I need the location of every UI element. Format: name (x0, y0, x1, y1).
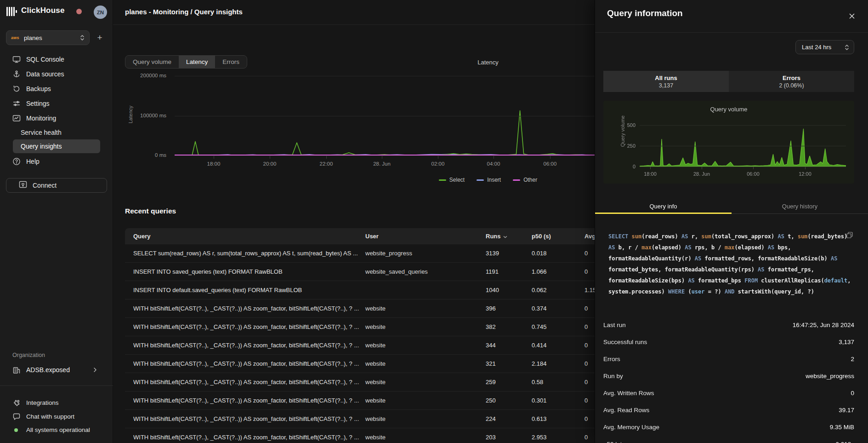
service-selector[interactable]: aws planes (6, 30, 90, 45)
sidebar-item-status[interactable]: All systems operational (0, 424, 113, 437)
code-token: (read_rows) (641, 233, 681, 240)
col-query[interactable]: Query (133, 233, 365, 240)
help-icon (12, 157, 21, 166)
code-line: system.processes) WHERE (user = ?) AND s… (608, 286, 850, 297)
table-row[interactable]: WITH bitShiftLeft(CAST(?..), _CAST(?..))… (125, 336, 622, 354)
table-row[interactable]: SELECT sum(read_rows) AS r, sum(total_ro… (125, 244, 622, 262)
table-row[interactable]: WITH bitShiftLeft(CAST(?..), _CAST(?..))… (125, 373, 622, 391)
code-token: max (641, 244, 652, 251)
code-token: AS (695, 255, 705, 262)
code-token: startsWith(query_id, ?) (738, 288, 814, 295)
code-token: r, (692, 233, 702, 240)
stat-value: 3,137 (839, 339, 854, 345)
legend-label: Insert (487, 177, 501, 183)
code-token: AS (685, 244, 695, 251)
copy-icon[interactable] (846, 232, 853, 240)
sidebar-item-integrations[interactable]: Integrations (0, 397, 113, 409)
avatar[interactable]: ZN (94, 6, 107, 19)
table-row[interactable]: WITH bitShiftLeft(CAST(?..), _CAST(?..))… (125, 317, 622, 336)
table-row[interactable]: WITH bitShiftLeft(CAST(?..), _CAST(?..))… (125, 299, 622, 317)
cell-user: website (365, 342, 486, 349)
sidebar-item-help[interactable]: Help (0, 154, 113, 169)
cell-p50: 0.062 (532, 287, 584, 293)
stat-label: Last run (603, 322, 626, 328)
organization-switcher[interactable]: ADSB.exposed (0, 363, 113, 378)
tab-errors-count[interactable]: Errors 2 (0.06%) (729, 71, 854, 92)
col-p50[interactable]: p50 (s) (532, 233, 584, 240)
legend-item-insert[interactable]: Insert (477, 177, 501, 183)
code-token: (elapsed) (735, 244, 768, 251)
code-token: (total_rows_approx) (711, 233, 778, 240)
cell-query: INSERT INTO default.saved_queries (text)… (133, 287, 365, 293)
recent-queries-title: Recent queries (125, 207, 176, 215)
code-token: , (847, 277, 851, 284)
sidebar-item-sql-console[interactable]: SQL Console (0, 52, 113, 67)
code-token: AS (778, 233, 788, 240)
cell-p50: 0.414 (532, 342, 584, 349)
table-row[interactable]: WITH bitShiftLeft(CAST(?..), _CAST(?..))… (125, 409, 622, 428)
x-tick-label: 22:00 (308, 161, 345, 167)
code-line: formatReadableSize(bps) AS formatted_bps… (608, 275, 850, 286)
x-tick-label: 18:00 (195, 161, 232, 167)
divider (595, 32, 868, 33)
time-range-select[interactable]: Last 24 hrs (795, 40, 854, 54)
sidebar: ClickHouse ZN aws planes + SQL Console D… (0, 0, 113, 443)
legend-item-select[interactable]: Select (439, 177, 465, 183)
code-token: formatted_rows, formatReadableSize(b) (705, 255, 831, 262)
add-service-button[interactable]: + (93, 31, 106, 44)
cell-p50: 0.58 (532, 379, 584, 385)
stat-value: website_progress (806, 373, 854, 380)
cell-user: website (365, 434, 486, 441)
code-token: AS (688, 277, 698, 284)
close-icon[interactable] (847, 11, 857, 21)
tab-query-info[interactable]: Query info (595, 201, 732, 213)
code-token: bps, (778, 244, 791, 251)
query-volume-chart: Query volume Query volume 500250018:0028… (603, 101, 854, 184)
cell-user: website (365, 415, 486, 422)
x-tick-mark (494, 156, 494, 159)
x-tick-mark (214, 156, 214, 159)
table-body: SELECT sum(read_rows) AS r, sum(total_ro… (125, 244, 622, 443)
x-tick-mark (550, 156, 550, 159)
x-tick-label: 06:00 (532, 161, 568, 167)
cell-query: WITH bitShiftLeft(CAST(?..), _CAST(?..))… (133, 305, 365, 312)
code-token: system.processes) (608, 288, 668, 295)
cell-query: WITH bitShiftLeft(CAST(?..), _CAST(?..))… (133, 360, 365, 367)
tab-query-history[interactable]: Query history (732, 201, 868, 213)
x-tick-mark (438, 156, 438, 159)
panel-title: Query information (607, 8, 683, 18)
recent-queries-table: Query User Runs p50 (s) Avg. SELECT sum(… (125, 228, 622, 443)
y-tick-label: 500 (619, 122, 635, 128)
chart-title: Query volume (603, 106, 854, 113)
stat-label: p50 latency (603, 441, 635, 443)
sidebar-item-service-health[interactable]: Service health (0, 126, 113, 139)
table-row[interactable]: INSERT INTO saved_queries (text) FORMAT … (125, 262, 622, 281)
connect-button[interactable]: Connect (6, 178, 107, 193)
sidebar-item-backups[interactable]: Backups (0, 81, 113, 96)
history-icon (12, 85, 21, 93)
sidebar-item-data-sources[interactable]: Data sources (0, 67, 113, 81)
stat-label: Avg. Read Rows (603, 407, 649, 414)
sidebar-item-chat-support[interactable]: Chat with support (0, 410, 113, 423)
x-tick-mark (753, 167, 754, 169)
x-tick-label: 02:00 (420, 161, 456, 167)
sidebar-item-query-insights[interactable]: Query insights (0, 139, 113, 153)
table-row[interactable]: WITH bitShiftLeft(CAST(?..), _CAST(?..))… (125, 354, 622, 373)
code-token: WHERE (668, 288, 688, 295)
tab-all-runs[interactable]: All runs 3,137 (603, 71, 729, 92)
col-runs[interactable]: Runs (486, 233, 532, 240)
cell-query: WITH bitShiftLeft(CAST(?..), _CAST(?..))… (133, 415, 365, 422)
code-token: AS (608, 244, 618, 251)
x-tick-mark (270, 156, 270, 159)
status-ok-icon (14, 428, 18, 432)
sidebar-item-monitoring[interactable]: Monitoring (0, 111, 113, 126)
sidebar-item-settings[interactable]: Settings (0, 96, 113, 111)
legend-item-other[interactable]: Other (513, 177, 537, 183)
divider (0, 385, 113, 386)
table-row[interactable]: WITH bitShiftLeft(CAST(?..), _CAST(?..))… (125, 391, 622, 409)
col-user[interactable]: User (365, 233, 486, 240)
table-row[interactable]: INSERT INTO default.saved_queries (text)… (125, 281, 622, 299)
organization-section-label: Organization (12, 352, 45, 358)
table-row[interactable]: WITH bitShiftLeft(CAST(?..), _CAST(?..))… (125, 428, 622, 443)
code-token: sum (798, 233, 808, 240)
